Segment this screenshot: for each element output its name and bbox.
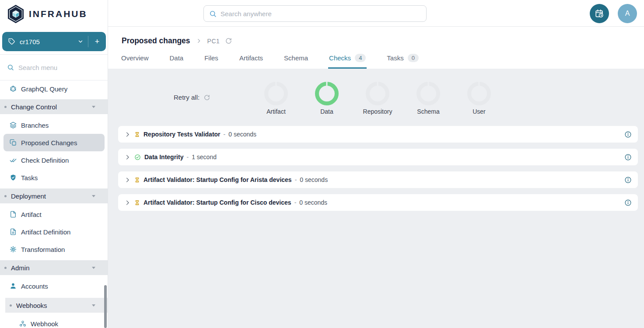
progress-ring: [366, 82, 389, 105]
sidebar-item-accounts[interactable]: Accounts: [0, 277, 108, 295]
hourglass-pending-icon: [134, 177, 140, 183]
info-icon[interactable]: [624, 199, 632, 206]
chevron-right-icon[interactable]: [124, 131, 131, 138]
calendar-clock-icon: [595, 9, 604, 18]
double-check-icon: [10, 157, 17, 164]
sidebar-subsection-webhooks[interactable]: Webhooks: [5, 298, 108, 313]
tab-artifacts[interactable]: Artifacts: [238, 50, 264, 69]
bullet-icon: [10, 304, 12, 307]
tab-files[interactable]: Files: [203, 50, 219, 69]
ring-label: Schema: [417, 108, 439, 115]
ring-schema[interactable]: Schema: [403, 82, 454, 115]
sidebar-item-check-definition[interactable]: Check Definition: [0, 151, 108, 169]
bullet-icon: [4, 195, 7, 197]
sidebar-section-admin[interactable]: Admin: [0, 260, 108, 275]
ring-repository[interactable]: Repository: [352, 82, 403, 115]
sidebar-item-graphql-query[interactable]: GraphQL Query: [0, 80, 108, 98]
collapse-triangle-icon: [92, 106, 95, 108]
validator-row-artifact-arista[interactable]: Artifact Validator: Startup Config for A…: [118, 171, 638, 188]
sidebar-section-change-control[interactable]: Change Control: [0, 99, 108, 114]
sidebar-item-webhook[interactable]: Webhook: [0, 315, 108, 328]
gear-icon: [10, 246, 17, 253]
sidebar-item-branches[interactable]: Branches: [0, 116, 108, 134]
breadcrumb: Proposed changes PC1: [122, 36, 232, 45]
chevron-right-icon[interactable]: [124, 177, 131, 183]
progress-ring: [467, 82, 491, 105]
global-search[interactable]: [203, 5, 427, 22]
sidebar-item-artifact-definition[interactable]: Artifact Definition: [0, 223, 108, 241]
collapse-triangle-icon: [92, 267, 95, 269]
retry-all-label: Retry all:: [174, 94, 200, 101]
validator-row-repository-tests[interactable]: Repository Tests Validator - 0 seconds: [118, 126, 638, 143]
validator-duration: 0 seconds: [228, 131, 256, 138]
sidebar-search[interactable]: [0, 55, 108, 80]
validator-name: Repository Tests Validator: [144, 131, 220, 138]
retry-all: Retry all:: [174, 94, 210, 101]
tab-schema[interactable]: Schema: [283, 50, 309, 69]
sidebar-item-label: Proposed Changes: [21, 139, 77, 147]
chevron-down-icon[interactable]: [77, 38, 84, 45]
avatar[interactable]: A: [618, 4, 637, 23]
ring-data[interactable]: Data: [301, 82, 352, 115]
breadcrumb-item[interactable]: PC1: [207, 38, 220, 45]
global-search-input[interactable]: [220, 10, 413, 17]
search-icon: [7, 64, 14, 71]
tab-label: Data: [170, 54, 184, 62]
branch-selector[interactable]: cr1705 +: [2, 32, 106, 51]
check-circle-success-icon: [134, 154, 141, 161]
sidebar-item-proposed-changes[interactable]: Proposed Changes: [4, 134, 105, 151]
app-logo[interactable]: INFRAHUB: [0, 0, 108, 27]
info-icon[interactable]: [624, 176, 632, 184]
sidebar: INFRAHUB cr1705 +: [0, 0, 108, 328]
tab-label: Overview: [121, 54, 149, 62]
sidebar-scrollbar[interactable]: [104, 285, 107, 328]
sidebar-item-label: Transformation: [21, 246, 65, 253]
validator-row-data-integrity[interactable]: Data Integrity - 1 second: [118, 149, 638, 165]
validator-name: Artifact Validator: Startup Config for C…: [144, 199, 291, 206]
sidebar-search-input[interactable]: [18, 64, 97, 71]
progress-ring: [264, 82, 288, 105]
info-icon[interactable]: [624, 131, 632, 138]
ring-label: User: [472, 108, 486, 115]
ring-user[interactable]: User: [454, 82, 504, 115]
tab-tasks[interactable]: Tasks 0: [386, 50, 420, 69]
info-icon[interactable]: [624, 154, 632, 161]
retry-refresh-icon[interactable]: [204, 94, 210, 101]
layers-icon: [10, 122, 17, 129]
tab-label: Tasks: [387, 54, 403, 62]
ring-label: Artifact: [266, 108, 286, 115]
branch-tag-icon: [8, 38, 15, 45]
sidebar-item-artifact[interactable]: Artifact: [0, 206, 108, 223]
refresh-icon[interactable]: [225, 38, 232, 44]
tab-label: Artifacts: [239, 54, 263, 62]
search-icon: [209, 10, 217, 17]
sidebar-item-transformation[interactable]: Transformation: [0, 241, 108, 258]
bullet-icon: [4, 267, 7, 269]
chevron-right-icon[interactable]: [124, 199, 131, 206]
validator-row-artifact-cisco[interactable]: Artifact Validator: Startup Config for C…: [118, 194, 638, 211]
separator: -: [294, 199, 297, 206]
tab-data[interactable]: Data: [169, 50, 185, 69]
file-text-icon: [10, 228, 17, 235]
tab-label: Files: [204, 54, 218, 62]
tab-checks[interactable]: Checks 4: [328, 50, 367, 69]
sidebar-item-tasks[interactable]: Tasks: [0, 169, 108, 186]
sidebar-item-label: Check Definition: [21, 157, 69, 164]
tab-overview[interactable]: Overview: [120, 50, 150, 69]
shield-check-icon: [10, 174, 17, 181]
sidebar-item-label: Accounts: [21, 283, 48, 290]
separator: -: [224, 131, 226, 138]
chevron-right-icon[interactable]: [124, 154, 131, 161]
ring-artifact[interactable]: Artifact: [251, 82, 301, 115]
file-icon: [10, 211, 17, 218]
add-branch-button[interactable]: +: [88, 37, 106, 46]
separator: -: [295, 176, 297, 183]
infrahub-logo-icon: [7, 4, 24, 24]
tab-bar: Overview Data Files Artifacts Schema Che…: [120, 50, 420, 69]
collapse-triangle-icon: [92, 195, 95, 197]
sidebar-section-deployment[interactable]: Deployment: [0, 188, 108, 203]
time-travel-button[interactable]: [590, 4, 609, 23]
sidebar-section-label: Change Control: [11, 103, 57, 111]
validator-duration: 1 second: [192, 154, 217, 161]
ring-label: Repository: [363, 108, 392, 115]
